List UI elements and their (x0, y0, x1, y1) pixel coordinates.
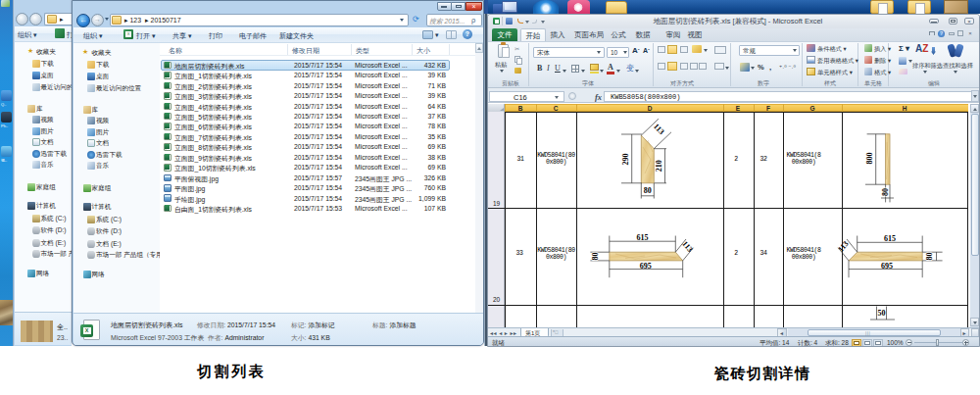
svg-text:113: 113 (680, 239, 694, 254)
svg-text:290: 290 (621, 154, 630, 166)
svg-text:800: 800 (865, 153, 874, 165)
svg-text:80: 80 (881, 188, 890, 196)
svg-text:695: 695 (881, 262, 893, 271)
svg-text:80: 80 (644, 186, 652, 195)
svg-text:615: 615 (637, 233, 649, 242)
svg-text:80: 80 (591, 253, 600, 261)
svg-text:113: 113 (652, 122, 666, 136)
svg-text:80: 80 (925, 253, 934, 261)
svg-text:210: 210 (655, 160, 663, 172)
svg-text:695: 695 (640, 262, 652, 271)
svg-text:615: 615 (884, 234, 896, 243)
svg-text:50: 50 (878, 309, 886, 318)
